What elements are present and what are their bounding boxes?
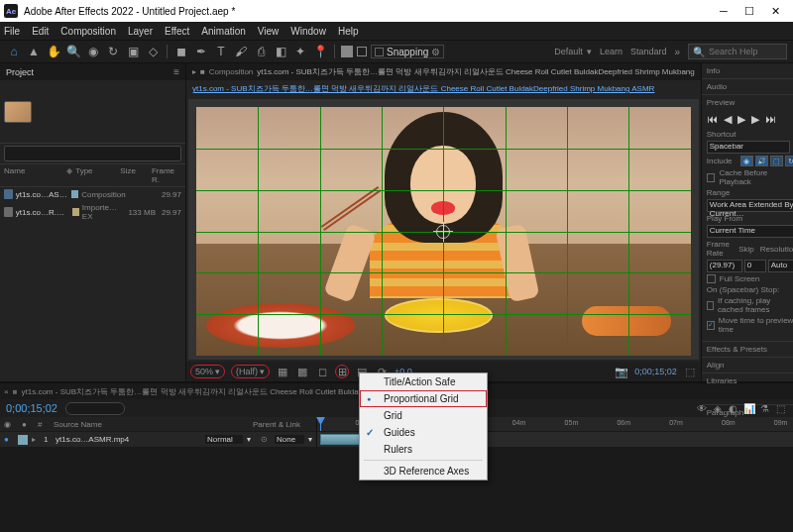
- grid-options-button[interactable]: ⊞: [335, 365, 349, 378]
- project-search-input[interactable]: [4, 146, 181, 161]
- eraser-tool[interactable]: ◧: [273, 44, 288, 59]
- align-header[interactable]: Align: [707, 361, 793, 370]
- include-overlay-toggle[interactable]: ⬚: [770, 156, 783, 166]
- asset-row[interactable]: yt1s.co…ASMR Composition 29.97: [0, 187, 185, 201]
- menu-composition[interactable]: Composition: [60, 26, 116, 37]
- menu-animation[interactable]: Animation: [201, 26, 245, 37]
- menu-view[interactable]: View: [258, 26, 280, 37]
- zoom-dropdown[interactable]: 50% ▾: [190, 365, 225, 378]
- project-tab[interactable]: Project ≡: [0, 63, 185, 80]
- parent-dropdown[interactable]: None: [275, 435, 304, 444]
- home-button[interactable]: ⌂: [6, 44, 22, 59]
- roi-icon[interactable]: ⬚: [683, 365, 697, 378]
- transparency-grid-icon[interactable]: ▩: [295, 365, 309, 378]
- skip-dropdown[interactable]: 0: [744, 260, 766, 272]
- playfrom-dropdown[interactable]: Current Time: [707, 225, 793, 238]
- close-tab-icon[interactable]: ×: [4, 387, 9, 396]
- close-button[interactable]: ✕: [769, 5, 781, 17]
- parent-pickwhip-icon[interactable]: ⊙: [261, 435, 271, 444]
- label-icon[interactable]: ◆: [66, 166, 75, 184]
- selection-tool[interactable]: ▲: [26, 44, 42, 59]
- graph-editor-toggle[interactable]: 📊: [742, 402, 755, 415]
- layer-color-tag[interactable]: [18, 435, 28, 445]
- col-type[interactable]: Type: [75, 166, 120, 184]
- snapshot-icon[interactable]: 📷: [615, 365, 628, 378]
- comp-breadcrumb-1[interactable]: yt1s.com - SUB치즈가득 두툼한…롤면 먹방 새우튀김까지 리얼사운…: [257, 66, 694, 77]
- visibility-toggle[interactable]: ●: [4, 435, 14, 444]
- camera-tool[interactable]: ▣: [125, 44, 141, 59]
- fast-preview-icon[interactable]: ▦: [276, 365, 289, 378]
- menu-proportional-grid[interactable]: Proportional Grid: [360, 390, 487, 407]
- fill-color[interactable]: [341, 46, 353, 57]
- clone-tool[interactable]: ⎙: [253, 44, 269, 59]
- menu-grid[interactable]: Grid: [360, 407, 487, 424]
- col-size[interactable]: Size: [120, 166, 152, 184]
- rotate-tool[interactable]: ↻: [105, 44, 121, 59]
- type-tool[interactable]: T: [213, 44, 229, 59]
- shy-toggle[interactable]: 👁: [695, 402, 708, 415]
- menu-help[interactable]: Help: [338, 26, 359, 37]
- orbit-tool[interactable]: ◉: [85, 44, 101, 59]
- brush-tool[interactable]: 🖌: [233, 44, 249, 59]
- maximize-button[interactable]: ☐: [743, 5, 755, 17]
- resolution-dropdown[interactable]: (Half) ▾: [231, 365, 270, 378]
- framerate-dropdown[interactable]: (29.97): [707, 260, 742, 272]
- motion-blur-toggle[interactable]: ◐: [727, 402, 739, 415]
- loop-toggle[interactable]: ↻: [785, 156, 793, 166]
- anchor-tool[interactable]: ◇: [145, 44, 161, 59]
- movetime-checkbox[interactable]: [707, 321, 715, 330]
- help-search-input[interactable]: [709, 47, 778, 56]
- snapping-options-icon[interactable]: ⚙: [431, 47, 440, 57]
- menu-edit[interactable]: Edit: [32, 26, 49, 37]
- menu-guides[interactable]: Guides: [360, 424, 487, 441]
- pen-tool[interactable]: ✒: [193, 44, 209, 59]
- effects-presets-header[interactable]: Effects & Presets: [707, 345, 793, 354]
- draft-3d-icon[interactable]: ⬚: [774, 402, 787, 415]
- composition-viewer[interactable]: [188, 99, 699, 360]
- menu-rulers[interactable]: Rulers: [360, 441, 487, 458]
- range-dropdown[interactable]: Work Area Extended By Current…: [707, 199, 793, 212]
- menu-layer[interactable]: Layer: [128, 26, 153, 37]
- menu-title-action-safe[interactable]: Title/Action Safe: [360, 373, 487, 390]
- prev-frame-button[interactable]: ◀: [724, 113, 732, 126]
- snapping-checkbox[interactable]: [375, 48, 384, 56]
- menu-file[interactable]: File: [4, 26, 20, 37]
- asset-row[interactable]: yt1s.co…R.mp4 Importe…EX 133 MB 29.97: [0, 201, 185, 223]
- panel-menu-icon[interactable]: ≡: [173, 66, 179, 77]
- preview-panel-header[interactable]: Preview≡: [707, 98, 793, 107]
- menu-window[interactable]: Window: [290, 26, 326, 37]
- ifcaching-checkbox[interactable]: [707, 301, 714, 310]
- timeline-timecode[interactable]: 0;00;15;02: [6, 402, 57, 414]
- playhead[interactable]: [320, 417, 321, 431]
- source-name-column[interactable]: Source Name: [54, 420, 247, 429]
- parent-column[interactable]: Parent & Link: [253, 420, 312, 429]
- frame-blend-toggle[interactable]: ◈: [711, 402, 724, 415]
- col-name[interactable]: Name: [4, 166, 66, 184]
- workspace-more-icon[interactable]: »: [674, 47, 680, 57]
- timeline-search[interactable]: [65, 402, 125, 415]
- audio-panel-header[interactable]: Audio: [707, 82, 793, 91]
- workspace-learn[interactable]: Learn: [600, 47, 623, 56]
- help-search[interactable]: 🔍: [688, 44, 787, 59]
- minimize-button[interactable]: ─: [718, 5, 730, 17]
- brainstorm-icon[interactable]: ⚗: [758, 402, 771, 415]
- layer-name[interactable]: yt1s.co…ASMR.mp4: [56, 435, 201, 444]
- menu-effect[interactable]: Effect: [165, 26, 189, 37]
- include-video-toggle[interactable]: ◉: [740, 156, 753, 166]
- blend-mode-dropdown[interactable]: Normal: [205, 435, 243, 444]
- zoom-tool[interactable]: 🔍: [65, 44, 81, 59]
- puppet-tool[interactable]: 📍: [312, 44, 328, 59]
- resolution-dropdown[interactable]: Auto: [768, 260, 793, 272]
- play-button[interactable]: ▶: [737, 113, 745, 126]
- stroke-color[interactable]: [357, 47, 367, 56]
- snapping-toggle[interactable]: Snapping ⚙: [371, 45, 444, 58]
- comp-breadcrumb-2[interactable]: yt1s.com - SUB치즈가득 두툼한…롤면 먹방 새우튀김까지 리얼사운…: [192, 83, 654, 94]
- flowchart-icon[interactable]: ▸: [192, 67, 196, 76]
- next-frame-button[interactable]: ▶: [751, 113, 759, 126]
- fullscreen-checkbox[interactable]: [707, 274, 716, 283]
- workspace-standard[interactable]: Standard: [630, 47, 667, 56]
- first-frame-button[interactable]: ⏮: [707, 113, 718, 126]
- menu-3d-reference-axes[interactable]: 3D Reference Axes: [360, 463, 487, 479]
- mask-toggle-icon[interactable]: ◻: [315, 365, 329, 378]
- hand-tool[interactable]: ✋: [46, 44, 61, 59]
